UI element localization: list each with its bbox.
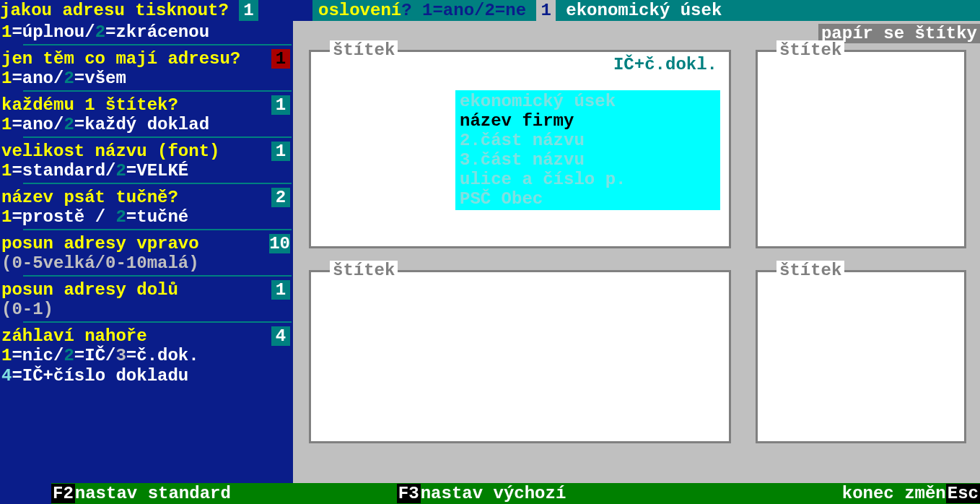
opt-bold-value[interactable]: 2 xyxy=(271,188,290,207)
opt-right-label: posun adresy vpravo xyxy=(1,234,199,253)
opt-stitek-label: každému 1 štítek? xyxy=(1,95,178,115)
opt-bold-label: název psát tučně? xyxy=(1,188,178,207)
opt-stitek-value[interactable]: 1 xyxy=(271,95,290,115)
preview-panel: papír se štítky štítek IČ+č.dokl. ekonom… xyxy=(293,21,980,483)
opt-adresu-value[interactable]: 1 xyxy=(271,49,290,69)
label-box-3: štítek xyxy=(309,270,731,443)
top-q2-label: oslovení xyxy=(318,0,401,21)
top-q1-label: jakou adresu tisknout? xyxy=(0,0,229,21)
label-box-1: štítek IČ+č.dokl. ekonomický úsek název … xyxy=(309,50,731,248)
top-q1-value[interactable]: 1 xyxy=(239,0,258,21)
f3-key[interactable]: F3 xyxy=(397,484,421,503)
options-panel: 1=úplnou/2=zkrácenou jen těm co mají adr… xyxy=(0,21,293,483)
opt-header-label: záhlaví nahoře xyxy=(1,326,147,346)
f2-key[interactable]: F2 xyxy=(51,484,75,503)
top-q2-extra: ekonomický úsek xyxy=(566,0,722,21)
end-label: konec změn xyxy=(842,484,946,503)
f2-label: nastav standard xyxy=(75,484,231,503)
top-q2-value[interactable]: 1 xyxy=(536,0,555,21)
label-box-2: štítek xyxy=(756,50,966,248)
opt-font-value[interactable]: 1 xyxy=(271,142,290,161)
opt-down-value[interactable]: 1 xyxy=(271,280,290,300)
status-bar: F2 nastav standard F3 nastav výchozí kon… xyxy=(0,483,980,504)
opt-right-value[interactable]: 10 xyxy=(269,234,290,253)
esc-key[interactable]: Esc xyxy=(946,484,980,503)
opt-header-value[interactable]: 4 xyxy=(271,326,290,346)
top-q2-help: 1=ano/2=ne xyxy=(422,0,526,21)
opt-adresu-label: jen těm co mají adresu? xyxy=(1,49,240,69)
opt-font-label: velikost názvu (font) xyxy=(1,142,219,161)
label-box-4: štítek xyxy=(756,270,966,443)
address-block: ekonomický úsek název firmy 2.část názvu… xyxy=(455,90,720,210)
f3-label: nastav výchozí xyxy=(421,484,566,503)
opt-down-label: posun adresy dolů xyxy=(1,280,178,300)
